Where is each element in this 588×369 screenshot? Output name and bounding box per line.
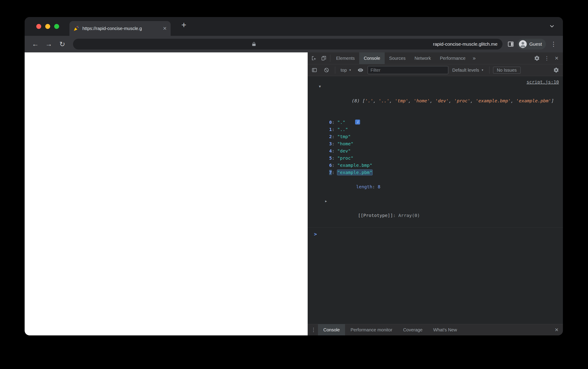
log-levels-label: Default levels xyxy=(452,68,479,73)
more-tabs-icon[interactable]: » xyxy=(470,52,478,64)
colon: : xyxy=(332,141,337,146)
devtools-menu-icon[interactable]: ⋮ xyxy=(542,55,552,61)
drawer-tab-performance-monitor[interactable]: Performance monitor xyxy=(345,324,398,335)
prompt-chevron-icon: > xyxy=(314,231,317,237)
close-window-button[interactable] xyxy=(36,24,41,29)
console-messages: script.js:10 ▼ (8) ['.', '..', 'tmp', 'h… xyxy=(308,76,563,324)
prototype-value: Array(0) xyxy=(398,213,420,218)
entry-value: "dev" xyxy=(337,148,351,154)
console-prompt[interactable]: > xyxy=(308,231,563,237)
reload-button[interactable]: ↻ xyxy=(56,40,68,48)
clear-console-icon[interactable] xyxy=(322,67,331,73)
separator xyxy=(489,66,489,74)
tab-strip: https://rapid-concise-muscle.g × + xyxy=(25,17,563,36)
tab-close-icon[interactable]: × xyxy=(163,25,167,31)
console-prototype-row[interactable]: ▶ [[Prototype]]: Array(0) xyxy=(308,197,563,226)
entry-key: 4 xyxy=(329,148,332,154)
issues-counter[interactable]: No Issues xyxy=(493,67,521,74)
address-bar[interactable]: rapid-concise-muscle.glitch.me xyxy=(73,39,502,50)
filter-input[interactable] xyxy=(368,66,448,74)
preview-item: 'tmp' xyxy=(395,98,408,103)
console-settings-gear-icon[interactable] xyxy=(551,67,561,73)
colon: : xyxy=(372,184,378,189)
entry-key: 3 xyxy=(329,141,332,146)
console-array-preview[interactable]: ▼ (8) ['.', '..', 'tmp', 'home', 'dev', … xyxy=(308,83,563,112)
console-array-entry[interactable]: 5: "proc" xyxy=(308,154,563,162)
preview-item: 'dev' xyxy=(435,98,449,103)
preview-item: '.' xyxy=(365,98,373,103)
separator xyxy=(335,66,335,74)
devtools-tab-sources[interactable]: Sources xyxy=(385,52,410,64)
party-popper-icon xyxy=(73,26,79,31)
preview-item: 'example.bmp' xyxy=(476,98,511,103)
devtools-tab-network[interactable]: Network xyxy=(410,52,435,64)
preview-item: 'home' xyxy=(414,98,430,103)
devtools-close-icon[interactable]: × xyxy=(552,55,562,62)
collapse-triangle-icon[interactable]: ▼ xyxy=(319,83,321,90)
devtools-drawer: ⋮ ConsolePerformance monitorCoverageWhat… xyxy=(308,324,563,335)
entry-value: "example.pbm" xyxy=(337,170,372,175)
entry-value: ".." xyxy=(337,127,348,132)
tab-search-chevron-icon[interactable] xyxy=(548,23,555,30)
expand-triangle-icon[interactable]: ▶ xyxy=(325,197,327,205)
zoom-window-button[interactable] xyxy=(54,24,59,29)
drawer-tab-coverage[interactable]: Coverage xyxy=(398,324,428,335)
entry-key: 5 xyxy=(329,155,332,161)
devtools-tab-console[interactable]: Console xyxy=(359,52,385,64)
console-array-entry[interactable]: 0: "." xyxy=(308,119,563,126)
inspect-element-icon[interactable] xyxy=(309,55,319,61)
drawer-menu-icon[interactable]: ⋮ xyxy=(309,327,318,333)
console-array-entry[interactable]: 1: ".." xyxy=(308,126,563,133)
preview-item: 'proc' xyxy=(454,98,470,103)
preview-item: '..' xyxy=(379,98,389,103)
browser-menu-icon[interactable]: ⋮ xyxy=(549,41,558,48)
console-info-row: i xyxy=(308,112,563,119)
console-array-preview-text: (8) ['.', '..', 'tmp', 'home', 'dev', 'p… xyxy=(352,98,554,103)
devtools-panel: ElementsConsoleSourcesNetworkPerformance… xyxy=(308,52,563,335)
browser-tab[interactable]: https://rapid-concise-muscle.g × xyxy=(70,21,171,36)
drawer-tab-console[interactable]: Console xyxy=(318,324,345,335)
console-array-entry[interactable]: 3: "home" xyxy=(308,140,563,147)
console-sidebar-icon[interactable] xyxy=(309,67,319,73)
drawer-tab-what-s-new[interactable]: What's New xyxy=(428,324,462,335)
colon: : xyxy=(332,120,337,125)
tab-title: https://rapid-concise-muscle.g xyxy=(82,26,160,31)
eye-icon[interactable] xyxy=(355,67,365,73)
devtools-tab-elements[interactable]: Elements xyxy=(332,52,359,64)
devtools-tab-performance[interactable]: Performance xyxy=(436,52,470,64)
side-panel-icon[interactable] xyxy=(507,41,514,48)
new-tab-button[interactable]: + xyxy=(181,20,186,30)
context-selector[interactable]: top ▼ xyxy=(339,68,353,73)
url-text: rapid-concise-muscle.glitch.me xyxy=(433,41,497,47)
separator xyxy=(330,55,330,62)
entry-key: 0 xyxy=(329,120,332,125)
console-array-entry[interactable]: 6: "example.bmp" xyxy=(308,162,563,169)
length-key: length xyxy=(356,184,372,189)
profile-button[interactable]: Guest xyxy=(517,39,546,50)
colon: : xyxy=(332,170,337,175)
browser-window: https://rapid-concise-muscle.g × + ← → ↻… xyxy=(25,17,563,335)
back-button[interactable]: ← xyxy=(30,40,41,48)
drawer-close-icon[interactable]: × xyxy=(552,326,562,333)
devtools-tabs: ElementsConsoleSourcesNetworkPerformance xyxy=(332,52,470,64)
entry-value: "tmp" xyxy=(337,134,351,139)
entry-key: 6 xyxy=(329,163,332,168)
console-toolbar: top ▼ Default levels ▼ No Issues xyxy=(308,64,563,76)
log-levels-selector[interactable]: Default levels ▼ xyxy=(451,68,486,73)
forward-button[interactable]: → xyxy=(43,40,55,48)
array-count: (8) xyxy=(352,98,362,103)
settings-gear-icon[interactable] xyxy=(532,55,542,61)
devtools-tabbar-right: ⋮ × xyxy=(532,55,562,62)
console-array-entry[interactable]: 2: "tmp" xyxy=(308,133,563,140)
console-array-entry[interactable]: 7: "example.pbm" xyxy=(308,169,563,176)
entry-value: "home" xyxy=(337,141,353,146)
lock-icon xyxy=(252,42,256,46)
device-toolbar-icon[interactable] xyxy=(319,55,329,61)
avatar-icon xyxy=(518,40,527,48)
navigation-toolbar: ← → ↻ rapid-concise-muscle.glitch.me Gue… xyxy=(25,36,563,52)
length-value: 8 xyxy=(378,184,380,189)
entry-key: 2 xyxy=(329,134,332,139)
minimize-window-button[interactable] xyxy=(45,24,50,29)
console-array-entry[interactable]: 4: "dev" xyxy=(308,147,563,154)
prototype-key: [[Prototype]] xyxy=(358,213,393,218)
